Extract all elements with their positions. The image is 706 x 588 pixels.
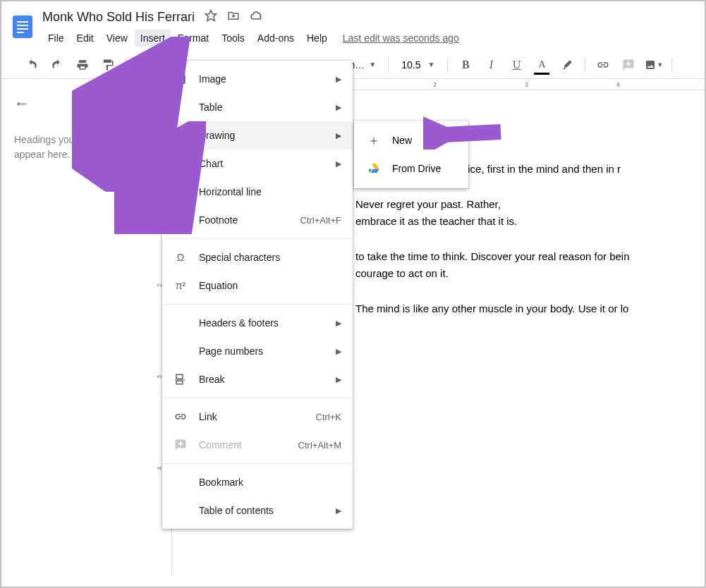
- body-text: Never regret your past. Rather,: [355, 196, 705, 213]
- insert-break-item[interactable]: Break▶: [162, 365, 353, 393]
- insert-headers-item[interactable]: Headers & footers▶: [162, 309, 353, 337]
- chevron-right-icon: ▶: [336, 75, 341, 84]
- menu-insert[interactable]: Insert: [135, 30, 171, 47]
- pi-icon: π²: [174, 278, 188, 293]
- menubar: File Edit View Insert Format Tools Add-o…: [42, 30, 698, 47]
- text-color-button[interactable]: A: [532, 56, 551, 74]
- body-text: courage to act on it.: [355, 265, 705, 282]
- insert-table-item[interactable]: Table▶: [162, 93, 353, 121]
- drive-icon: [367, 161, 381, 176]
- menu-edit[interactable]: Edit: [71, 30, 99, 47]
- menu-tools[interactable]: Tools: [216, 30, 250, 47]
- insert-link-item[interactable]: LinkCtrl+K: [162, 403, 353, 431]
- insert-hline-item[interactable]: —Horizontal line: [162, 178, 353, 206]
- svg-rect-1: [17, 21, 28, 23]
- drawing-from-drive-item[interactable]: From Drive: [354, 154, 468, 183]
- collapse-outline-icon[interactable]: ←: [14, 94, 144, 113]
- star-icon[interactable]: [205, 9, 217, 25]
- image-icon: [174, 72, 188, 86]
- chevron-right-icon: ▶: [336, 159, 341, 169]
- insert-comment-item: CommentCtrl+Alt+M: [162, 431, 353, 459]
- chevron-right-icon: ▶: [336, 375, 341, 384]
- cloud-status-icon[interactable]: [250, 8, 264, 25]
- chevron-right-icon: ▶: [336, 131, 341, 140]
- drawing-new-item[interactable]: ＋New: [354, 126, 468, 154]
- svg-rect-8: [176, 381, 183, 384]
- svg-rect-4: [17, 32, 24, 33]
- insert-dropdown: Image▶ Table▶ Drawing▶ Chart▶ —Horizonta…: [162, 61, 353, 529]
- italic-button[interactable]: I: [482, 56, 500, 74]
- insert-footnote-item[interactable]: FootnoteCtrl+Alt+F: [162, 206, 353, 234]
- font-size-value: 10.5: [401, 59, 420, 71]
- svg-rect-6: [562, 69, 570, 71]
- insert-bookmark-item[interactable]: Bookmark: [162, 468, 353, 496]
- outline-placeholder: Headings you add to thappear here.: [14, 133, 144, 162]
- insert-equation-item[interactable]: π²Equation: [162, 271, 353, 300]
- doc-title[interactable]: Monk Who Sold His Ferrari: [42, 10, 195, 25]
- chevron-right-icon: ▶: [336, 319, 341, 328]
- menu-addons[interactable]: Add-ons: [252, 30, 300, 47]
- insert-image-item[interactable]: Image▶: [162, 65, 353, 93]
- svg-rect-0: [13, 16, 32, 38]
- format-paint-button[interactable]: [99, 56, 117, 74]
- svg-rect-3: [17, 28, 28, 30]
- outline-sidebar: ← Headings you add to thappear here.: [1, 79, 157, 575]
- redo-button[interactable]: [48, 56, 66, 74]
- body-text: The mind is like any other muscle in you…: [355, 300, 705, 317]
- body-text: embrace it as the teacher that it is.: [355, 213, 705, 230]
- menu-format[interactable]: Format: [172, 30, 214, 47]
- break-icon: [174, 372, 188, 386]
- body-text: to take the time to think. Discover your…: [355, 248, 705, 265]
- svg-rect-7: [176, 374, 183, 379]
- move-icon[interactable]: [227, 9, 240, 25]
- undo-button[interactable]: [23, 56, 41, 74]
- chevron-right-icon: ▶: [336, 103, 341, 112]
- insert-drawing-item[interactable]: Drawing▶: [162, 121, 353, 149]
- highlight-button[interactable]: [558, 56, 576, 74]
- print-button[interactable]: [73, 56, 92, 74]
- insert-toc-item[interactable]: Table of contents▶: [162, 496, 353, 525]
- underline-button[interactable]: U: [507, 56, 525, 74]
- toolbar: weath…▼ 10.5▼ B I U A ▼: [1, 51, 705, 79]
- chevron-right-icon: ▶: [336, 506, 341, 515]
- bold-button[interactable]: B: [456, 56, 475, 74]
- omega-icon: Ω: [174, 250, 188, 264]
- drawing-submenu: ＋New From Drive: [354, 121, 468, 188]
- comment-icon: [174, 438, 188, 452]
- app-header: Monk Who Sold His Ferrari File Edit View…: [1, 1, 705, 47]
- submenu-label: From Drive: [392, 163, 441, 174]
- plus-icon: ＋: [367, 133, 381, 147]
- hline-icon: —: [174, 185, 188, 199]
- menu-view[interactable]: View: [101, 30, 133, 47]
- docs-logo[interactable]: [8, 7, 37, 47]
- insert-link-button[interactable]: [594, 56, 612, 74]
- font-size-selector[interactable]: 10.5▼: [397, 58, 439, 72]
- svg-rect-2: [17, 25, 28, 26]
- link-icon: [174, 410, 188, 424]
- insert-special-item[interactable]: ΩSpecial characters: [162, 243, 353, 271]
- add-comment-button[interactable]: [619, 56, 638, 74]
- insert-pagenum-item[interactable]: Page numbers▶: [162, 337, 353, 365]
- menu-file[interactable]: File: [42, 30, 70, 47]
- submenu-label: New: [392, 135, 412, 146]
- insert-chart-item[interactable]: Chart▶: [162, 149, 353, 178]
- insert-image-button[interactable]: ▼: [645, 56, 663, 74]
- last-edit-link[interactable]: Last edit was seconds ago: [343, 32, 459, 44]
- svg-marker-5: [206, 11, 217, 21]
- chevron-right-icon: ▶: [336, 347, 341, 356]
- menu-help[interactable]: Help: [301, 30, 333, 47]
